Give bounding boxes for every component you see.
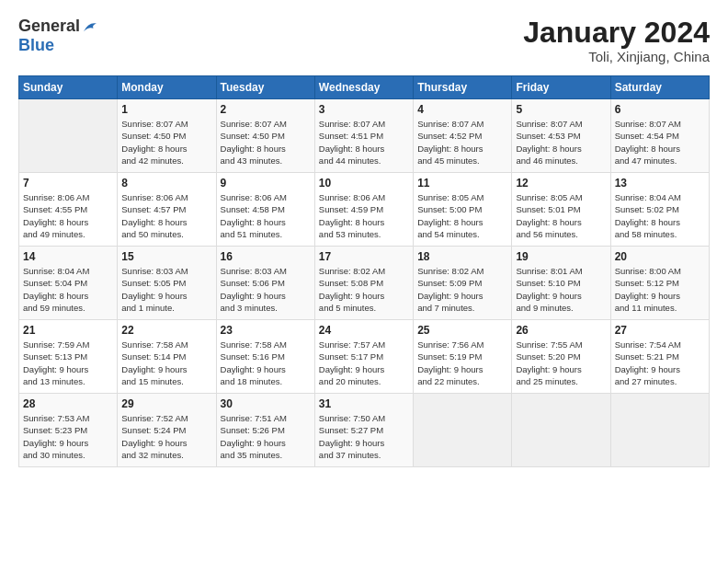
day-number: 27 (615, 324, 705, 337)
calendar-cell: 16Sunrise: 8:03 AMSunset: 5:06 PMDayligh… (216, 247, 314, 320)
calendar-cell: 23Sunrise: 7:58 AMSunset: 5:16 PMDayligh… (216, 320, 314, 394)
day-number: 26 (516, 324, 606, 337)
day-number: 2 (221, 103, 311, 116)
week-row-4: 21Sunrise: 7:59 AMSunset: 5:13 PMDayligh… (19, 320, 710, 394)
day-number: 18 (417, 250, 507, 263)
day-number: 9 (221, 177, 311, 190)
calendar-cell: 17Sunrise: 8:02 AMSunset: 5:08 PMDayligh… (314, 247, 413, 320)
column-header-thursday: Thursday (414, 76, 512, 99)
day-info: Sunrise: 8:03 AMSunset: 5:06 PMDaylight:… (221, 265, 311, 314)
calendar-cell: 25Sunrise: 7:56 AMSunset: 5:19 PMDayligh… (414, 320, 512, 394)
calendar-cell (512, 394, 610, 467)
week-row-2: 7Sunrise: 8:06 AMSunset: 4:55 PMDaylight… (19, 173, 710, 247)
calendar-cell: 9Sunrise: 8:06 AMSunset: 4:58 PMDaylight… (216, 173, 314, 247)
day-info: Sunrise: 7:58 AMSunset: 5:16 PMDaylight:… (221, 339, 311, 387)
day-number: 14 (23, 250, 113, 263)
calendar-cell: 14Sunrise: 8:04 AMSunset: 5:04 PMDayligh… (19, 247, 118, 320)
calendar-cell: 22Sunrise: 7:58 AMSunset: 5:14 PMDayligh… (118, 320, 216, 394)
day-info: Sunrise: 8:02 AMSunset: 5:08 PMDaylight:… (319, 265, 409, 314)
day-number: 31 (319, 397, 409, 410)
calendar-cell: 31Sunrise: 7:50 AMSunset: 5:27 PMDayligh… (314, 394, 413, 467)
week-row-5: 28Sunrise: 7:53 AMSunset: 5:23 PMDayligh… (19, 394, 710, 467)
day-info: Sunrise: 8:07 AMSunset: 4:50 PMDaylight:… (221, 118, 311, 167)
title-block: January 2024 Toli, Xinjiang, China (523, 17, 710, 64)
calendar-cell: 3Sunrise: 8:07 AMSunset: 4:51 PMDaylight… (314, 99, 413, 173)
location-subtitle: Toli, Xinjiang, China (523, 49, 710, 64)
day-number: 13 (615, 177, 705, 190)
day-number: 22 (121, 324, 211, 337)
day-info: Sunrise: 7:50 AMSunset: 5:27 PMDaylight:… (319, 412, 409, 461)
logo-text: General (18, 17, 98, 36)
day-info: Sunrise: 7:51 AMSunset: 5:26 PMDaylight:… (221, 412, 311, 461)
calendar-cell: 21Sunrise: 7:59 AMSunset: 5:13 PMDayligh… (19, 320, 118, 394)
calendar-cell (414, 394, 512, 467)
day-info: Sunrise: 7:55 AMSunset: 5:20 PMDaylight:… (516, 339, 606, 387)
column-header-sunday: Sunday (19, 76, 118, 99)
day-info: Sunrise: 7:57 AMSunset: 5:17 PMDaylight:… (319, 339, 409, 387)
calendar-cell: 2Sunrise: 8:07 AMSunset: 4:50 PMDaylight… (216, 99, 314, 173)
calendar-cell: 5Sunrise: 8:07 AMSunset: 4:53 PMDaylight… (512, 99, 610, 173)
day-number: 30 (221, 397, 311, 410)
day-number: 15 (121, 250, 211, 263)
day-info: Sunrise: 8:07 AMSunset: 4:50 PMDaylight:… (121, 118, 211, 167)
day-number: 17 (319, 250, 409, 263)
calendar-cell: 15Sunrise: 8:03 AMSunset: 5:05 PMDayligh… (118, 247, 216, 320)
day-info: Sunrise: 8:07 AMSunset: 4:52 PMDaylight:… (417, 118, 507, 167)
calendar-cell: 11Sunrise: 8:05 AMSunset: 5:00 PMDayligh… (414, 173, 512, 247)
calendar-cell: 6Sunrise: 8:07 AMSunset: 4:54 PMDaylight… (610, 99, 709, 173)
column-header-wednesday: Wednesday (314, 76, 413, 99)
logo: General Blue (18, 17, 98, 55)
day-number: 1 (121, 103, 211, 116)
calendar-cell (610, 394, 709, 467)
day-number: 4 (417, 103, 507, 116)
calendar-cell: 24Sunrise: 7:57 AMSunset: 5:17 PMDayligh… (314, 320, 413, 394)
day-info: Sunrise: 7:56 AMSunset: 5:19 PMDaylight:… (417, 339, 507, 387)
calendar-cell: 8Sunrise: 8:06 AMSunset: 4:57 PMDaylight… (118, 173, 216, 247)
calendar-cell: 12Sunrise: 8:05 AMSunset: 5:01 PMDayligh… (512, 173, 610, 247)
calendar-cell: 7Sunrise: 8:06 AMSunset: 4:55 PMDaylight… (19, 173, 118, 247)
day-number: 6 (615, 103, 705, 116)
calendar-cell: 29Sunrise: 7:52 AMSunset: 5:24 PMDayligh… (118, 394, 216, 467)
day-number: 10 (319, 177, 409, 190)
day-number: 29 (121, 397, 211, 410)
day-info: Sunrise: 7:52 AMSunset: 5:24 PMDaylight:… (121, 412, 211, 461)
day-info: Sunrise: 8:06 AMSunset: 4:58 PMDaylight:… (221, 191, 311, 240)
day-number: 23 (221, 324, 311, 337)
day-number: 21 (23, 324, 113, 337)
day-info: Sunrise: 7:58 AMSunset: 5:14 PMDaylight:… (121, 339, 211, 387)
day-number: 5 (516, 103, 606, 116)
day-number: 24 (319, 324, 409, 337)
column-header-friday: Friday (512, 76, 610, 99)
calendar-cell: 28Sunrise: 7:53 AMSunset: 5:23 PMDayligh… (19, 394, 118, 467)
day-info: Sunrise: 8:07 AMSunset: 4:51 PMDaylight:… (319, 118, 409, 167)
calendar-cell: 19Sunrise: 8:01 AMSunset: 5:10 PMDayligh… (512, 247, 610, 320)
calendar-cell (19, 99, 118, 173)
day-number: 3 (319, 103, 409, 116)
day-number: 7 (23, 177, 113, 190)
day-info: Sunrise: 7:53 AMSunset: 5:23 PMDaylight:… (23, 412, 113, 461)
logo-blue: Blue (18, 36, 54, 55)
day-info: Sunrise: 8:00 AMSunset: 5:12 PMDaylight:… (615, 265, 705, 314)
day-number: 16 (221, 250, 311, 263)
calendar-cell: 18Sunrise: 8:02 AMSunset: 5:09 PMDayligh… (414, 247, 512, 320)
calendar-cell: 13Sunrise: 8:04 AMSunset: 5:02 PMDayligh… (610, 173, 709, 247)
day-info: Sunrise: 8:06 AMSunset: 4:57 PMDaylight:… (121, 191, 211, 240)
day-info: Sunrise: 7:59 AMSunset: 5:13 PMDaylight:… (23, 339, 113, 387)
logo-general: General (18, 17, 80, 36)
calendar-cell: 30Sunrise: 7:51 AMSunset: 5:26 PMDayligh… (216, 394, 314, 467)
calendar-cell: 1Sunrise: 8:07 AMSunset: 4:50 PMDaylight… (118, 99, 216, 173)
day-info: Sunrise: 8:06 AMSunset: 4:55 PMDaylight:… (23, 191, 113, 240)
day-info: Sunrise: 8:04 AMSunset: 5:04 PMDaylight:… (23, 265, 113, 314)
day-info: Sunrise: 8:07 AMSunset: 4:54 PMDaylight:… (615, 118, 705, 167)
main-container: General Blue January 2024 Toli, Xinjiang… (0, 0, 728, 477)
day-info: Sunrise: 8:07 AMSunset: 4:53 PMDaylight:… (516, 118, 606, 167)
day-number: 25 (417, 324, 507, 337)
day-info: Sunrise: 8:03 AMSunset: 5:05 PMDaylight:… (121, 265, 211, 314)
header: General Blue January 2024 Toli, Xinjiang… (18, 17, 710, 64)
day-info: Sunrise: 8:01 AMSunset: 5:10 PMDaylight:… (516, 265, 606, 314)
calendar-cell: 4Sunrise: 8:07 AMSunset: 4:52 PMDaylight… (414, 99, 512, 173)
calendar-cell: 26Sunrise: 7:55 AMSunset: 5:20 PMDayligh… (512, 320, 610, 394)
day-number: 11 (417, 177, 507, 190)
column-header-monday: Monday (118, 76, 216, 99)
column-header-tuesday: Tuesday (216, 76, 314, 99)
